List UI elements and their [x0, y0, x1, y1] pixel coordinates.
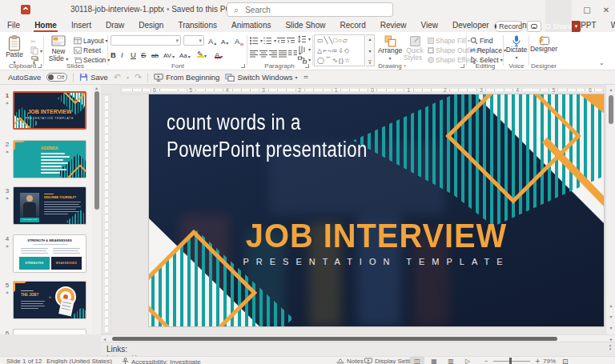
tab-slide-show[interactable]: Slide Show — [278, 19, 332, 32]
redo-button[interactable]: ↷ — [135, 72, 142, 82]
tab-watermark[interactable]: Watermark — [604, 19, 615, 32]
horizontal-scrollbar[interactable]: ◂ ▸ — [101, 334, 615, 342]
previous-slide-button[interactable]: ▴ — [606, 302, 615, 308]
tab-transitions[interactable]: Transitions — [171, 19, 224, 32]
font-color-button[interactable]: A▾ — [215, 50, 223, 59]
copy-button[interactable]: ▾ — [30, 46, 42, 55]
tab-home[interactable]: Home — [27, 19, 64, 32]
align-left-button[interactable] — [250, 49, 259, 58]
search-input[interactable] — [243, 5, 386, 15]
vertical-scrollbar-thumb[interactable] — [609, 95, 613, 124]
notes-text[interactable]: Links: — [107, 345, 127, 354]
maximize-button[interactable]: □ — [577, 0, 597, 19]
bullets-button[interactable]: ▾ — [250, 36, 263, 45]
font-size-combo[interactable]: ▾ — [183, 35, 204, 46]
dictate-button[interactable]: Dictate ▾ — [505, 35, 528, 61]
vertical-scrollbar[interactable]: ▴ ▴ ▾ ▾ — [605, 85, 615, 334]
close-button[interactable]: ✕ — [597, 0, 615, 19]
record-button[interactable]: Record — [494, 21, 523, 32]
paragraph-dialog-launcher-icon[interactable] — [305, 64, 309, 68]
zoom-level[interactable]: 79% — [543, 358, 556, 364]
thumb-scroll-up-icon[interactable]: ▴ — [92, 85, 101, 90]
increase-indent-button[interactable] — [287, 36, 295, 45]
search-box[interactable]: ⌕ — [227, 2, 393, 17]
shapes-gallery[interactable]: ▭╲╲□○▱ △⌐¬⇨⇩◇ ◯⌒∿{}☆ — [314, 34, 365, 66]
zoom-slider[interactable] — [493, 361, 530, 362]
thumbnail-slide-6[interactable]: CAREER OBJECTIVES — [13, 329, 86, 334]
tab-view[interactable]: View — [414, 19, 446, 32]
reading-view-button[interactable]: ▥ — [444, 357, 458, 364]
thumbnail-scrollbar[interactable]: ▴ — [92, 85, 101, 334]
from-beginning-button[interactable]: From Beginning — [154, 73, 219, 82]
slide-title-text[interactable]: JOB INTERVIEW — [160, 217, 593, 255]
shapes-scroll-down-icon[interactable]: ▾ — [368, 48, 371, 54]
numbering-button[interactable]: ▾ — [263, 36, 276, 45]
slide-canvas[interactable]: count words in a PowerPoint presentation… — [149, 94, 604, 326]
font-dialog-launcher-icon[interactable] — [241, 64, 245, 68]
layout-button[interactable]: Layout▾ — [74, 36, 108, 45]
align-right-button[interactable] — [269, 49, 278, 58]
change-case-button[interactable]: Aa▾ — [179, 50, 191, 59]
arrange-button[interactable]: Arrange ▾ — [378, 35, 402, 62]
switch-windows-button[interactable]: Switch Windows▾ — [225, 73, 297, 82]
tab-review[interactable]: Review — [373, 19, 414, 32]
share-dropdown[interactable]: ▾ — [572, 21, 581, 32]
notes-scroll-down-icon[interactable]: ▾ — [606, 347, 614, 351]
clear-formatting-button[interactable]: A — [235, 36, 243, 46]
comments-button[interactable] — [527, 21, 541, 32]
drawing-dialog-launcher-icon[interactable] — [460, 64, 464, 68]
autosave-toggle[interactable]: Off — [46, 73, 67, 82]
slide-show-button[interactable]: ▷ — [460, 357, 475, 364]
tab-draw[interactable]: Draw — [98, 19, 131, 32]
accessibility-status[interactable]: Accessibility: Investigate — [122, 358, 201, 364]
thumbnail-slide-1[interactable]: JOB INTERVIEW PRESENTATION TEMPLATE — [13, 91, 86, 130]
underline-button[interactable]: U — [131, 50, 136, 59]
justify-button[interactable] — [279, 49, 287, 58]
shapes-scroll-up-icon[interactable]: ▴ — [368, 36, 371, 42]
undo-button[interactable]: ↶ — [114, 72, 121, 82]
tab-file[interactable]: File — [0, 19, 27, 32]
next-slide-button[interactable]: ▾ — [606, 314, 615, 319]
replace-button[interactable]: ⇄Replace▾ — [470, 46, 506, 54]
zoom-in-button[interactable]: + — [535, 358, 541, 364]
text-direction-button[interactable]: ▾ — [298, 45, 311, 54]
clipboard-dialog-launcher-icon[interactable] — [38, 64, 42, 68]
tab-design[interactable]: Design — [131, 19, 171, 32]
tab-record[interactable]: Record — [332, 19, 372, 32]
slide-body-text[interactable]: count words in a PowerPoint presentation — [167, 109, 368, 163]
strikethrough-button[interactable]: S — [141, 50, 146, 59]
fit-slide-button[interactable]: ⊡ — [562, 358, 569, 364]
line-spacing-button[interactable]: ▾ — [298, 34, 311, 43]
highlight-color-button[interactable]: ✎▾ — [197, 49, 207, 58]
designer-button[interactable]: Designer — [531, 36, 557, 53]
slide-sorter-view-button[interactable]: ▦ — [427, 357, 441, 364]
paste-button[interactable]: Paste ▾ — [3, 35, 26, 66]
italic-button[interactable]: I — [121, 50, 123, 59]
thumbnail-slide-5[interactable]: THE JOB? « — [13, 281, 86, 319]
thumbnail-scrollbar-thumb[interactable] — [94, 91, 99, 210]
share-button[interactable]: Share ▾ — [545, 21, 581, 32]
notes-pane[interactable]: Links: https://www. ▴ ▾ — [101, 342, 615, 356]
normal-view-button[interactable]: ◫ — [410, 357, 424, 364]
scroll-down-icon[interactable]: ▾ — [606, 325, 615, 330]
scroll-up-icon[interactable]: ▴ — [606, 86, 615, 92]
decrease-indent-button[interactable] — [277, 36, 286, 45]
horizontal-scrollbar-thumb[interactable] — [112, 337, 557, 341]
cut-button[interactable]: ✂ — [30, 37, 36, 46]
grow-font-button[interactable]: A▴ — [208, 36, 216, 46]
font-name-combo[interactable]: ▾ — [111, 35, 181, 46]
thumbnail-slide-4[interactable]: STRENGTH & WEAKNESSES STRENGTHS WEAKNESS… — [13, 234, 86, 273]
zoom-slider-thumb[interactable] — [509, 358, 512, 364]
strikethrough-ab-button[interactable]: ab — [151, 50, 159, 59]
tab-developer[interactable]: Developer — [445, 19, 496, 32]
qat-overflow-button[interactable]: ≂ — [303, 74, 309, 81]
save-button[interactable]: Save — [79, 73, 108, 82]
align-center-button[interactable] — [259, 49, 268, 58]
find-button[interactable]: Find — [470, 36, 493, 45]
shrink-font-button[interactable]: A▾ — [221, 36, 228, 46]
language-indicator[interactable]: English (United States) — [46, 358, 112, 364]
tab-animations[interactable]: Animations — [224, 19, 278, 32]
collapse-ribbon-button[interactable]: ⌄ — [599, 59, 605, 66]
slide-subtitle-text[interactable]: PRESENTATION TEMPLATE — [149, 257, 604, 266]
zoom-out-button[interactable]: – — [484, 358, 488, 364]
